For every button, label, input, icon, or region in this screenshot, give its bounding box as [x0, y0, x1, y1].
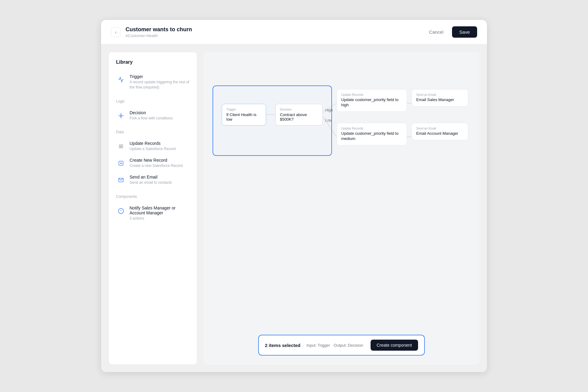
- data-section-label: Data: [116, 130, 190, 134]
- create-record-text: Create New Record Create a new Salesforc…: [130, 158, 183, 168]
- trigger-node-title: If Client Health is low: [226, 112, 262, 122]
- trigger-name: Trigger: [130, 74, 190, 79]
- update-records-icon: [116, 141, 126, 151]
- branch-high-label: High: [325, 108, 333, 112]
- back-button[interactable]: ‹: [111, 27, 121, 37]
- update-high-node[interactable]: Update Records Update customer_priority …: [337, 89, 407, 112]
- email-low-title: Email Account Manager: [416, 131, 464, 136]
- trigger-node[interactable]: Trigger If Client Health is low: [222, 104, 266, 126]
- notify-sales-text: Notify Sales Manager or Account Manager …: [130, 205, 190, 221]
- logic-section-label: Logic: [116, 99, 190, 104]
- create-record-desc: Create a new Salesforce Record: [130, 163, 183, 168]
- email-high-label: Send an Email: [416, 93, 464, 96]
- update-records-text: Update Records Update a Salesforce Recor…: [130, 141, 176, 152]
- library-item-send-email[interactable]: Send an Email Send an email to contacts: [116, 172, 190, 188]
- library-item-decision[interactable]: Decision Fork a flow with conditions: [116, 107, 190, 124]
- flow-canvas: Trigger If Client Health is low Decision…: [209, 67, 473, 340]
- email-low-node[interactable]: Send an Email Email Account Manager: [412, 123, 468, 140]
- update-high-label: Update Records: [341, 93, 402, 96]
- decision-node[interactable]: Decision Contract above $500K?: [275, 104, 323, 126]
- library-item-create-record[interactable]: Create New Record Create a new Salesforc…: [116, 155, 190, 172]
- input-label: Input: Trigger: [307, 343, 330, 348]
- library-item-update-records[interactable]: Update Records Update a Salesforce Recor…: [116, 138, 190, 155]
- email-high-title: Email Sales Manager: [416, 97, 464, 103]
- decision-name: Decision: [130, 110, 173, 115]
- update-low-node[interactable]: Update Records Update customer_priority …: [337, 123, 407, 145]
- library-item-trigger[interactable]: Trigger A record update triggering the r…: [116, 71, 190, 93]
- trigger-node-label: Trigger: [226, 108, 262, 111]
- update-low-title: Update customer_priority field to medium: [341, 131, 402, 141]
- header-actions: Cancel Save: [424, 26, 477, 38]
- content-area: Library Trigger A record update triggeri…: [101, 44, 487, 372]
- send-email-desc: Send an email to contacts: [130, 180, 172, 185]
- page-title: Customer wants to churn: [126, 26, 424, 33]
- send-email-icon: [116, 175, 126, 185]
- send-email-name: Send an Email: [130, 175, 172, 179]
- header: ‹ Customer wants to churn #Customer-Heal…: [101, 20, 487, 44]
- update-low-label: Update Records: [341, 127, 402, 130]
- update-records-desc: Update a Salesforce Record: [130, 146, 176, 152]
- update-high-title: Update customer_priority field to high: [341, 97, 402, 108]
- trigger-desc: A record update triggering the rest of t…: [130, 80, 190, 90]
- canvas-area[interactable]: Trigger If Client Health is low Decision…: [203, 52, 480, 365]
- create-component-button[interactable]: Create component: [371, 340, 418, 351]
- selected-count: 2 items selected: [265, 343, 300, 348]
- create-record-name: Create New Record: [130, 158, 183, 163]
- update-records-name: Update Records: [130, 141, 176, 146]
- library-item-notify-sales[interactable]: Notify Sales Manager or Account Manager …: [116, 202, 190, 224]
- email-low-label: Send an Email: [416, 127, 464, 130]
- main-container: ‹ Customer wants to churn #Customer-Heal…: [101, 20, 487, 372]
- bottom-toolbar: 2 items selected Input: Trigger Output: …: [258, 335, 425, 356]
- decision-text: Decision Fork a flow with conditions: [130, 110, 173, 121]
- decision-node-label: Decision: [280, 108, 318, 111]
- cancel-button[interactable]: Cancel: [424, 27, 448, 37]
- components-section-label: Components: [116, 194, 190, 199]
- svg-point-0: [120, 115, 122, 116]
- library-panel: Library Trigger A record update triggeri…: [108, 52, 197, 365]
- output-label: Output: Decision: [334, 343, 363, 348]
- library-title: Library: [116, 59, 190, 65]
- send-email-text: Send an Email Send an email to contacts: [130, 175, 172, 185]
- decision-desc: Fork a flow with conditions: [130, 116, 173, 121]
- page-subtitle: #Customer-Health: [126, 33, 424, 38]
- decision-icon: [116, 111, 126, 121]
- email-high-node[interactable]: Send an Email Email Sales Manager: [412, 89, 468, 107]
- decision-node-title: Contract above $500K?: [280, 112, 318, 122]
- branch-low-label: Low: [325, 118, 332, 123]
- notify-sales-name: Notify Sales Manager or Account Manager: [130, 205, 190, 215]
- save-button[interactable]: Save: [452, 26, 477, 38]
- header-title-group: Customer wants to churn #Customer-Health: [126, 26, 424, 38]
- create-record-icon: [116, 158, 126, 168]
- trigger-icon: [116, 75, 126, 85]
- trigger-text: Trigger A record update triggering the r…: [130, 74, 190, 90]
- notify-sales-icon: [116, 206, 126, 216]
- back-icon: ‹: [115, 30, 117, 35]
- notify-sales-desc: 3 actions: [130, 216, 190, 221]
